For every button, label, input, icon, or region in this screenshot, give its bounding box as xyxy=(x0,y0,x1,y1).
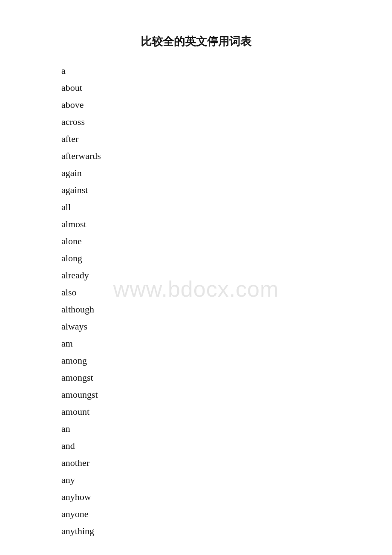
list-item: already xyxy=(61,271,392,280)
list-item: among xyxy=(61,356,392,365)
page-container: www.bdocx.com 比较全的英文停用词表 aaboutaboveacro… xyxy=(0,0,392,555)
list-item: am xyxy=(61,339,392,348)
list-item: above xyxy=(61,100,392,110)
list-item: another xyxy=(61,458,392,468)
list-item: amongst xyxy=(61,373,392,382)
list-item: amoungst xyxy=(61,390,392,399)
list-item: and xyxy=(61,441,392,451)
list-item: also xyxy=(61,288,392,297)
list-item: amount xyxy=(61,407,392,416)
list-item: along xyxy=(61,254,392,263)
list-item: any xyxy=(61,475,392,485)
list-item: anyone xyxy=(61,509,392,519)
list-item: an xyxy=(61,424,392,434)
list-item: although xyxy=(61,305,392,314)
list-item: almost xyxy=(61,220,392,229)
word-list: aaboutaboveacrossafterafterwardsagainaga… xyxy=(0,66,392,543)
list-item: afterwards xyxy=(61,151,392,161)
page-title: 比较全的英文停用词表 xyxy=(0,34,392,49)
list-item: again xyxy=(61,168,392,178)
list-item: after xyxy=(61,134,392,144)
list-item: a xyxy=(61,66,392,75)
list-item: against xyxy=(61,185,392,195)
list-item: anyhow xyxy=(61,492,392,502)
list-item: about xyxy=(61,83,392,92)
list-item: anything xyxy=(61,526,392,536)
list-item: across xyxy=(61,117,392,127)
list-item: alone xyxy=(61,237,392,246)
list-item: all xyxy=(61,202,392,212)
list-item: always xyxy=(61,322,392,331)
